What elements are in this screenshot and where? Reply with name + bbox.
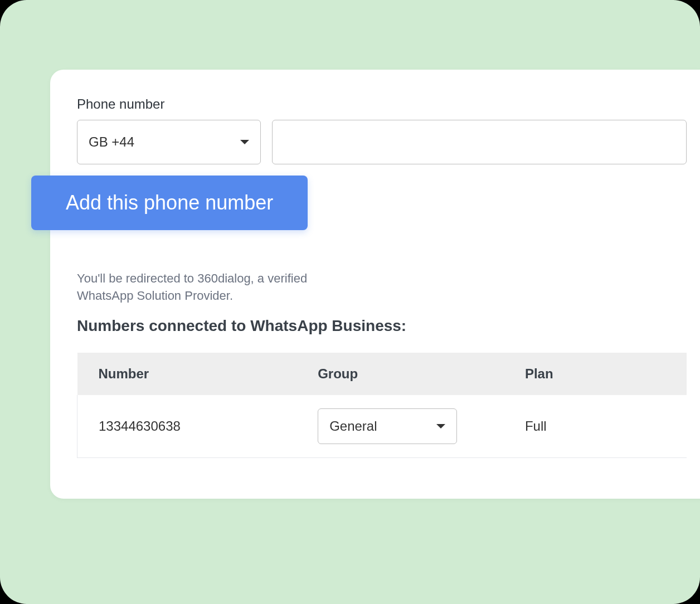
cell-plan: Full <box>504 395 687 458</box>
chevron-down-icon <box>436 424 445 428</box>
country-code-value: GB +44 <box>89 134 134 150</box>
cell-group: General <box>296 395 504 458</box>
country-code-select[interactable]: GB +44 <box>77 120 261 164</box>
main-card: Phone number GB +44 Add this phone numbe… <box>50 70 700 499</box>
phone-input-row: GB +44 <box>77 120 687 164</box>
cell-number: 13344630638 <box>77 395 297 458</box>
table-row: 13344630638 General Full <box>77 395 687 458</box>
add-phone-number-button[interactable]: Add this phone number <box>31 176 308 230</box>
phone-number-label: Phone number <box>77 96 687 112</box>
numbers-table: Number Group Plan 13344630638 General Fu… <box>77 353 687 458</box>
column-header-group: Group <box>296 353 504 395</box>
outer-panel: Phone number GB +44 Add this phone numbe… <box>0 0 700 604</box>
group-select-value: General <box>329 418 377 434</box>
table-header-row: Number Group Plan <box>77 353 687 395</box>
group-select[interactable]: General <box>318 408 457 444</box>
column-header-number: Number <box>77 353 297 395</box>
redirect-info-text: You'll be redirected to 360dialog, a ver… <box>77 270 333 305</box>
phone-number-input[interactable] <box>272 120 687 164</box>
numbers-connected-heading: Numbers connected to WhatsApp Business: <box>77 317 687 335</box>
column-header-plan: Plan <box>504 353 687 395</box>
chevron-down-icon <box>240 140 249 144</box>
